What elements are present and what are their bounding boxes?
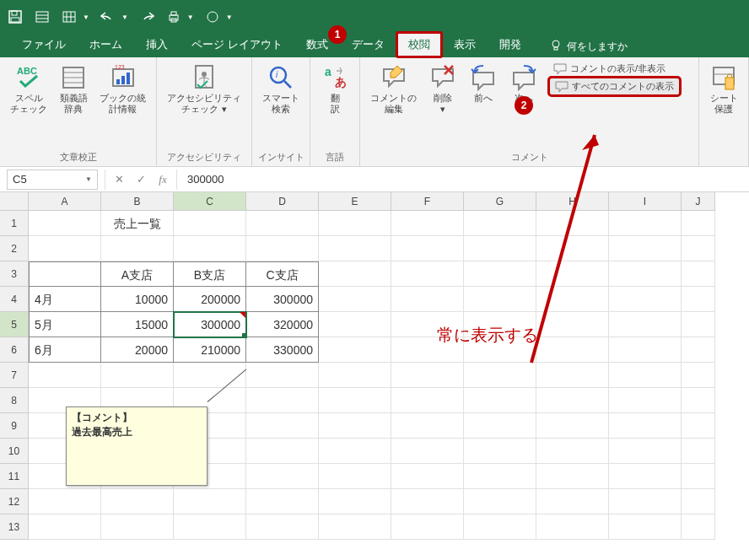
cell[interactable] — [682, 464, 715, 489]
cell[interactable]: 4月 — [29, 287, 101, 312]
cell[interactable] — [319, 464, 391, 489]
cancel-button[interactable]: ✕ — [110, 173, 127, 186]
cell[interactable] — [464, 464, 536, 489]
cell[interactable] — [682, 363, 715, 388]
cell[interactable] — [174, 211, 246, 236]
cell[interactable] — [246, 514, 319, 540]
col-header[interactable]: I — [609, 192, 682, 211]
cell[interactable] — [246, 363, 319, 388]
cell[interactable] — [682, 312, 715, 337]
cell[interactable] — [101, 489, 174, 514]
dropdown-icon[interactable]: ▼ — [83, 13, 89, 21]
cell[interactable] — [609, 439, 682, 464]
cell[interactable] — [319, 489, 391, 514]
cell[interactable] — [536, 489, 609, 514]
cell[interactable]: 20000 — [101, 337, 174, 363]
cell[interactable] — [319, 312, 391, 337]
row-header[interactable]: 3 — [0, 261, 29, 287]
row-header[interactable]: 1 — [0, 211, 29, 236]
cell[interactable] — [246, 211, 319, 236]
cell[interactable] — [464, 489, 536, 514]
tab-home[interactable]: ホーム — [78, 32, 134, 57]
tab-review[interactable]: 校閲 — [396, 32, 442, 57]
row-header[interactable]: 6 — [0, 337, 29, 363]
table-icon[interactable] — [34, 8, 51, 25]
cell[interactable] — [609, 261, 682, 287]
cell[interactable] — [609, 287, 682, 312]
cell[interactable]: A支店 — [101, 261, 174, 287]
tab-layout[interactable]: ページ レイアウト — [180, 32, 294, 57]
cell[interactable] — [682, 236, 715, 261]
col-header[interactable]: B — [101, 192, 174, 211]
cell[interactable] — [682, 413, 715, 439]
cell[interactable] — [391, 236, 464, 261]
cell[interactable] — [391, 261, 464, 287]
col-header[interactable]: J — [682, 192, 715, 211]
cell[interactable] — [536, 388, 609, 413]
cell[interactable] — [464, 514, 536, 540]
cell[interactable] — [101, 363, 174, 388]
cell[interactable] — [246, 464, 319, 489]
cell[interactable] — [29, 363, 101, 388]
row-header[interactable]: 4 — [0, 287, 29, 312]
cell[interactable]: C支店 — [246, 261, 319, 287]
cell[interactable] — [174, 514, 246, 540]
protect-sheet-button[interactable]: シート 保護 — [704, 61, 743, 118]
select-all-corner[interactable] — [0, 192, 29, 211]
cell[interactable] — [246, 388, 319, 413]
cell[interactable] — [319, 413, 391, 439]
col-header[interactable]: C — [174, 192, 246, 211]
cell[interactable] — [319, 236, 391, 261]
row-header[interactable]: 10 — [0, 439, 29, 464]
cell[interactable] — [174, 236, 246, 261]
cell[interactable] — [174, 489, 246, 514]
cell[interactable]: 10000 — [101, 287, 174, 312]
row-header[interactable]: 12 — [0, 489, 29, 514]
cell[interactable] — [29, 236, 101, 261]
cell[interactable] — [609, 363, 682, 388]
spell-check-button[interactable]: ABC スペル チェック — [5, 61, 52, 118]
cell[interactable] — [29, 261, 101, 287]
cell[interactable] — [536, 413, 609, 439]
cell[interactable] — [609, 464, 682, 489]
grid-icon[interactable] — [61, 8, 78, 25]
cell[interactable] — [464, 439, 536, 464]
cell[interactable]: 6月 — [29, 337, 101, 363]
cell[interactable] — [391, 413, 464, 439]
accessibility-check-button[interactable]: アクセシビリティ チェック ▾ — [162, 61, 246, 118]
cell[interactable] — [536, 514, 609, 540]
cell[interactable] — [682, 287, 715, 312]
cell[interactable] — [682, 439, 715, 464]
cell[interactable] — [609, 489, 682, 514]
tab-data[interactable]: データ — [340, 32, 396, 57]
row-header[interactable]: 5 — [0, 312, 29, 337]
cell[interactable] — [391, 287, 464, 312]
cell[interactable]: 320000 — [246, 312, 319, 337]
row-header[interactable]: 11 — [0, 464, 29, 489]
cell[interactable] — [174, 363, 246, 388]
cell[interactable]: 売上一覧 — [101, 211, 174, 236]
cell[interactable] — [609, 413, 682, 439]
cell[interactable]: 300000 — [246, 287, 319, 312]
row-header[interactable]: 8 — [0, 388, 29, 413]
cell[interactable] — [391, 439, 464, 464]
col-header[interactable]: A — [29, 192, 101, 211]
cell[interactable]: 210000 — [174, 337, 246, 363]
cell[interactable] — [609, 236, 682, 261]
cell[interactable] — [319, 211, 391, 236]
cell[interactable] — [101, 514, 174, 540]
cell[interactable] — [609, 337, 682, 363]
cell[interactable] — [464, 413, 536, 439]
cell[interactable] — [536, 464, 609, 489]
undo-icon[interactable] — [100, 8, 116, 25]
cell[interactable] — [391, 489, 464, 514]
toggle-comment-button[interactable]: コメントの表示/非表示 — [550, 61, 679, 77]
cell[interactable] — [29, 211, 101, 236]
row-header[interactable]: 9 — [0, 413, 29, 439]
dropdown-icon[interactable]: ▼ — [187, 13, 194, 21]
workbook-stats-button[interactable]: 123 ブックの統 計情報 — [94, 61, 151, 118]
cell[interactable] — [319, 363, 391, 388]
cell[interactable] — [246, 413, 319, 439]
tell-me-search[interactable]: 何をしますか — [543, 36, 634, 57]
cell[interactable]: 330000 — [246, 337, 319, 363]
